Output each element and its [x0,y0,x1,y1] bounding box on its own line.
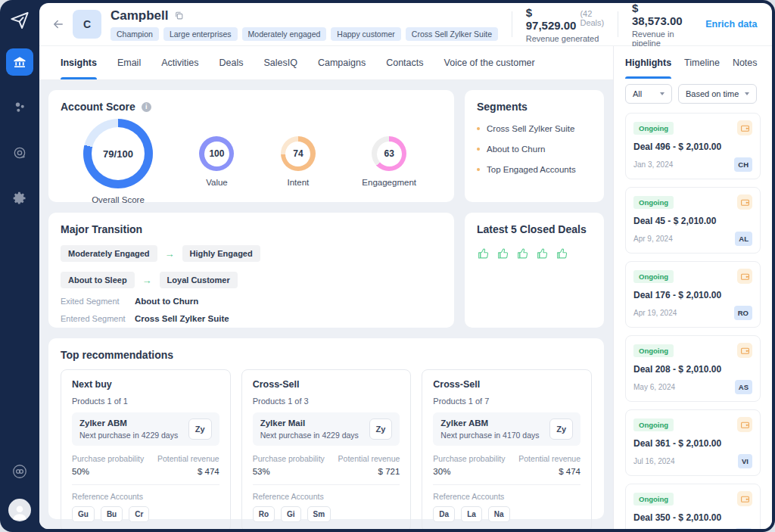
reference-account[interactable]: La [461,506,482,522]
reco-product[interactable]: Zylker Mail Next purchase in 4229 days Z… [253,412,400,446]
product-subtext: Next purchase in 4170 days [440,431,539,440]
probability-label: Purchase probability [253,454,325,463]
sidebar-item-accounts[interactable] [6,48,33,76]
deal-title: Deal 350 - $ 2,010.00 [633,512,752,523]
tab-insights[interactable]: Insights [61,46,97,79]
divider [512,11,512,37]
tab-highlights[interactable]: Highlights [625,46,671,79]
reco-type: Next buy [72,379,219,390]
wallet-icon [737,120,752,135]
divider [433,484,580,485]
thumbs-up-icon [496,247,510,260]
owner-avatar: SA [735,528,752,529]
sidebar-item-settings[interactable] [6,185,33,212]
wallet-icon [737,491,752,506]
reference-account[interactable]: Gu [72,506,95,522]
sidebar-nav [6,48,33,212]
tab-activities[interactable]: Activities [161,46,198,79]
tab-email[interactable]: Email [117,46,141,79]
product-badge: Zy [369,418,393,440]
owner-avatar: AL [735,232,752,246]
revenue-label: Potential revenue [157,454,219,463]
deal-card[interactable]: Ongoing Deal 361 - $ 2,010.00 Jul 16, 20… [625,409,761,476]
insights-content: Account Score i 79/100 Overall Score [39,80,613,529]
tab-contacts[interactable]: Contacts [386,46,423,79]
copy-icon[interactable] [174,11,184,20]
product-badge: Zy [188,418,212,440]
tab-timeline[interactable]: Timeline [684,46,720,79]
reco-product[interactable]: Zylker ABM Next purchase in 4229 days Zy [72,412,219,446]
recommendation-card-next-buy: Next buy Products 1 of 1 Zylker ABM Next… [61,369,231,529]
deal-card[interactable]: Ongoing Deal 208 - $ 2,010.00 May 6, 202… [625,335,761,402]
filter-dropdown-all[interactable]: All [625,84,672,104]
highlights-filters: All Based on time [614,79,772,111]
entered-segment-row: Entered Segment Cross Sell Zylker Suite [61,314,442,323]
closed-deals-title: Latest 5 Closed Deals [477,223,592,235]
reference-account[interactable]: Na [488,506,510,522]
divider [72,484,219,485]
tab-voice-of-customer[interactable]: Voice of the customer [444,46,535,79]
tag: Happy customer [331,27,400,41]
wallet-icon [737,269,752,284]
transition-from: Moderately Engaged [61,245,157,262]
reference-account[interactable]: Gi [281,506,301,522]
sidebar-bottom [6,458,33,521]
recommendation-card-cross-sell-1: Cross-Sell Products 1 of 3 Zylker Mail N… [241,369,412,529]
filter-dropdown-based-on-time[interactable]: Based on time [678,84,757,104]
revenue-value: $ 721 [338,467,400,476]
deal-title: Deal 45 - $ 2,010.00 [633,216,752,226]
sidebar-item-targets[interactable] [6,139,33,166]
intent-score: 74 [293,148,303,159]
tab-deals[interactable]: Deals [219,46,244,79]
sidebar-item-contacts[interactable] [6,94,33,121]
tab-campaigns[interactable]: Campaigns [318,46,366,79]
reference-account[interactable]: Sm [307,506,331,522]
probability-value: 53% [253,467,325,476]
deal-title: Deal 496 - $ 2,010.00 [633,142,752,152]
major-transition-card: Major Transition Moderately Engaged → Hi… [48,213,454,328]
segment-item: Top Engaged Accounts [477,165,592,174]
intent-score-donut: 74 Intent [281,136,316,187]
info-icon[interactable]: i [142,102,151,112]
deal-card[interactable]: Ongoing Deal 496 - $ 2,010.00 Jan 3, 202… [625,113,761,179]
back-button[interactable] [51,17,65,31]
bullet-icon [477,148,480,151]
arrow-right-icon: → [165,248,175,260]
probability-value: 30% [433,467,505,476]
product-subtext: Next purchase in 4229 days [260,431,359,440]
deal-card[interactable]: Ongoing Deal 350 - $ 2,010.00 Sep 8, 202… [625,484,761,529]
engagement-score-label: Engagegment [362,178,416,187]
deal-card[interactable]: Ongoing Deal 176 - $ 2,010.00 Apr 19, 20… [625,261,761,328]
revenue-generated-stat: $ 97,529.00 (42 Deals) Revenue generated [526,6,605,43]
thumbs-up-icon [556,247,569,260]
segment-item: Cross Sell Zylker Suite [477,124,592,133]
enrich-data-link[interactable]: Enrich data [705,19,757,30]
deal-list: Ongoing Deal 496 - $ 2,010.00 Jan 3, 202… [614,111,772,529]
left-rail [0,0,39,532]
account-avatar: C [73,10,101,39]
probability-label: Purchase probability [72,454,144,463]
reference-account[interactable]: Da [433,506,455,522]
product-badge: Zy [549,418,573,440]
linked-rings-icon [11,463,28,480]
user-avatar[interactable] [8,499,31,521]
bullet-icon [477,127,480,130]
recommendation-card-cross-sell-2: Cross-Sell Products 1 of 7 Zylker ABM Ne… [422,369,592,529]
engagement-score: 63 [384,148,394,159]
tab-notes[interactable]: Notes [733,46,758,79]
exited-segment-row: Exited Segment About to Churn [61,297,442,306]
transition-from: About to Sleep [61,272,135,288]
deal-title: Deal 208 - $ 2,010.00 [633,364,752,375]
revenue-pipeline-stat: $ 38,573.00 Revenue in pipeline [632,3,683,48]
deal-card[interactable]: Ongoing Deal 45 - $ 2,010.00 Apr 9, 2024… [625,187,761,254]
reference-account[interactable]: Ro [253,506,275,522]
status-badge: Ongoing [633,344,674,357]
sidebar-item-integrations[interactable] [6,458,33,485]
account-tabs: Insights Email Activities Deals SalesIQ … [39,46,613,80]
reco-products-count: Products 1 of 1 [72,397,219,406]
reference-account[interactable]: Cr [129,506,149,522]
reco-product[interactable]: Zylker ABM Next purchase in 4170 days Zy [433,412,580,446]
reference-account[interactable]: Bu [101,506,123,522]
tab-salesiq[interactable]: SalesIQ [263,46,297,79]
thumbs-up-icon [477,247,490,260]
